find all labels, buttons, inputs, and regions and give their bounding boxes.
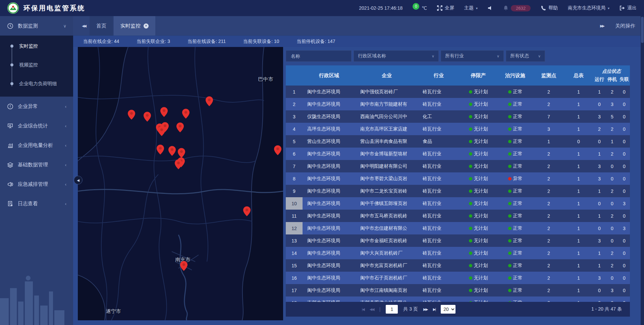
cell-lost-count: 0	[619, 148, 630, 160]
industry-filter-select[interactable]: 所有行业 ∨	[441, 50, 504, 62]
table-row[interactable]: 12 阆中生态环境局 阆中市忠信建材有限公 砖瓦行业 无计划 正常 2 1 0 …	[286, 222, 630, 234]
tab-close-icon[interactable]: ✕	[144, 23, 149, 29]
sidebar-item[interactable]: 应急减排管理 ‹	[0, 174, 73, 194]
mute-button[interactable]	[488, 5, 493, 11]
name-filter-field[interactable]	[286, 50, 352, 62]
name-filter-input[interactable]	[290, 53, 347, 59]
map-pin-icon[interactable]	[168, 146, 176, 156]
sidebar-item-label: 日志查看	[18, 201, 38, 207]
theme-dropdown[interactable]: 主题 ▾	[464, 5, 478, 11]
map-pin-icon[interactable]	[243, 206, 251, 216]
map-pin-icon[interactable]	[206, 96, 213, 106]
cell-index: 16	[286, 272, 303, 284]
sidebar-item-label: 数据监测	[18, 23, 38, 29]
table-row[interactable]: 4 高坪生态环境局 南充市高坪区王家店建 砖瓦行业 无计划 正常 3 1 2 2…	[286, 123, 630, 135]
status-dot-icon	[508, 227, 512, 230]
cell-monitor-count: 2	[533, 247, 564, 259]
sidebar-item[interactable]: 数据监测 ∨	[0, 16, 73, 36]
map-pin-icon[interactable]	[157, 145, 164, 155]
table-row[interactable]: 9 阆中生态环境局 阆中市二龙长宝页岩砖 砖瓦行业 无计划 正常 2 1 1 2…	[286, 185, 630, 197]
sidebar-item[interactable]: 企业异常 ‹	[0, 97, 73, 116]
table-row[interactable]: 2 阆中生态环境局 阆中市南方节能建材有 砖瓦行业 无计划 正常 2 1 0 3…	[286, 98, 630, 110]
table-row[interactable]: 5 营山生态环境局 营山县润丰肉食品有限 食品 无计划 正常 1 0 0 1 0	[286, 135, 630, 148]
table-row[interactable]: 7 阆中生态环境局 阆中明阳建材有限公司 砖瓦行业 无计划 正常 2 1 3 0…	[286, 160, 630, 172]
table-row[interactable]: 8 阆中生态环境局 阆中市枣碧大梁山页岩 砖瓦行业 无计划 异常 2 1 3 0…	[286, 172, 630, 185]
status-dot-icon	[469, 252, 472, 255]
notifications[interactable]: 2632	[503, 5, 531, 11]
table-row[interactable]: 1 阆中生态环境局 阆中强锐页岩砖厂 砖瓦行业 无计划 正常 2 1 1 2 0	[286, 86, 630, 98]
page-number-input[interactable]	[386, 305, 398, 314]
bell-icon	[503, 5, 508, 11]
cell-facility-status: 正常	[497, 197, 533, 210]
map-pin-icon[interactable]	[158, 126, 165, 136]
table-row[interactable]: 14 阆中生态环境局 阆中大兴页岩机砖厂 砖瓦行业 无计划 正常 2 1 1 2…	[286, 247, 630, 259]
tab-active[interactable]: 实时监控 ✕	[114, 16, 155, 36]
status-dot-icon	[508, 264, 512, 267]
cell-total-count: 1	[564, 110, 593, 123]
map-panel[interactable]: 巴中市南充市遂宁市	[78, 47, 283, 320]
col-company: 企业	[356, 65, 418, 86]
last-page-icon[interactable]: ▶|	[433, 307, 435, 312]
sidebar-subitem[interactable]: 视频监控	[0, 56, 73, 74]
phone-icon	[541, 5, 546, 11]
sidebar-item[interactable]: 企业用电量分析 ‹	[0, 136, 73, 155]
tabs-scroll-left-icon[interactable]: ◀◀	[78, 16, 90, 36]
cell-company: 阆中市南方节能建材有	[356, 98, 418, 110]
fullscreen-button[interactable]: 全屏	[437, 5, 454, 11]
table-row[interactable]: 10 阆中生态环境局 阆中千佛镇五郎垭页岩 砖瓦行业 无计划 正常 2 1 0 …	[286, 197, 630, 210]
map-pin-icon[interactable]	[128, 110, 135, 120]
cell-lost-count: 0	[619, 234, 630, 247]
tab-item[interactable]: 首页	[90, 16, 113, 36]
chevron-left-icon: ‹	[65, 104, 66, 109]
log-icon	[7, 200, 13, 207]
table-row[interactable]: 13 阆中生态环境局 阆中市金福旺页岩机砖 砖瓦行业 无计划 正常 2 1 3 …	[286, 234, 630, 247]
vertical-scrollbar[interactable]	[641, 16, 644, 325]
cell-total-count: 1	[564, 247, 593, 259]
map-pin-icon[interactable]	[180, 261, 187, 271]
sidebar-item[interactable]: 企业综合统计 ‹	[0, 116, 73, 136]
map-pin-icon[interactable]	[274, 145, 281, 155]
cell-total-count: 1	[564, 259, 593, 272]
table-row[interactable]: 15 阆中生态环境局 阆中市光富页岩机砖厂 砖瓦行业 无计划 正常 2 1 1 …	[286, 259, 630, 272]
next-page-icon[interactable]: ▶▶	[423, 307, 428, 312]
map-pin-icon[interactable]	[182, 109, 190, 119]
map-pin-icon[interactable]	[178, 148, 185, 158]
table-row[interactable]: 6 阆中生态环境局 阆中市金博瑞新型墙材 砖瓦行业 无计划 正常 2 1 1 2…	[286, 148, 630, 160]
cell-stop-count: 2	[606, 123, 619, 135]
sidebar-subitem[interactable]: 实时监控	[0, 37, 73, 56]
table-row[interactable]: 18 南部生态环境局 南部县双佛山砖有限公 砖瓦行业 无计划 正常 2 1 0 …	[286, 296, 630, 302]
map-pin-icon[interactable]	[160, 107, 168, 117]
cell-stop-count: 3	[606, 296, 619, 302]
scrollbar-thumb[interactable]	[641, 17, 644, 43]
region-filter-select[interactable]: 行政区域名称 ∨	[354, 50, 439, 62]
map-pin-icon[interactable]	[176, 122, 184, 132]
table-row[interactable]: 17 阆中生态环境局 阆中市江南镇阆南页岩 砖瓦行业 无计划 正常 2 1 0 …	[286, 284, 630, 296]
help-button[interactable]: 帮助	[541, 5, 558, 11]
table-row[interactable]: 11 阆中生态环境局 阆中市五马桥页岩机砖 砖瓦行业 无计划 正常 2 1 1 …	[286, 210, 630, 222]
cell-company: 阆中强锐页岩砖厂	[356, 86, 418, 98]
enterprise-table: 行政区域 企业 行业 停限产 治污设施 监测点 总表 运行 停机 失联 点位状态…	[286, 65, 630, 302]
first-page-icon[interactable]: |◀	[362, 307, 364, 312]
sidebar-subitem[interactable]: 企业电力负荷明细	[0, 74, 73, 93]
map-pin-icon[interactable]	[175, 159, 182, 169]
close-operations-button[interactable]: 关闭操作	[615, 23, 635, 29]
table-row[interactable]: 3 仪陇生态环境局 西南油气田分公司川中 化工 无计划 正常 7 1 3 5 0	[286, 110, 630, 123]
prev-page-icon[interactable]: ◀◀	[370, 307, 374, 312]
status-filter-select[interactable]: 所有状态 ∨	[506, 50, 545, 62]
tabs-scroll-right-icon[interactable]: ▶▶	[600, 24, 604, 28]
cell-run-count: 0	[593, 197, 606, 210]
org-dropdown[interactable]: 南充市生态环境局 ▾	[568, 5, 609, 11]
map-pin-icon[interactable]	[144, 112, 151, 122]
sidebar-item[interactable]: 日志查看 ‹	[0, 194, 73, 213]
sidebar-item[interactable]: 基础数据管理 ‹	[0, 155, 73, 174]
map-collapse-button[interactable]: ◀	[74, 176, 83, 184]
page-size-select[interactable]: 20	[441, 305, 455, 314]
logout-button[interactable]: 退出	[620, 5, 637, 11]
city-label: 遂宁市	[106, 308, 121, 315]
table-row[interactable]: 16 阆中生态环境局 阆中市石子页岩机砖厂 砖瓦行业 无计划 正常 2 1 3 …	[286, 272, 630, 284]
temperature: 0 ℃	[413, 5, 427, 11]
cell-limit-status: 无计划	[460, 98, 497, 110]
table-body: 1 阆中生态环境局 阆中强锐页岩砖厂 砖瓦行业 无计划 正常 2 1 1 2 0…	[286, 86, 630, 302]
cell-total-count: 1	[564, 98, 593, 110]
cell-company: 阆中市五马桥页岩机砖	[356, 210, 418, 222]
